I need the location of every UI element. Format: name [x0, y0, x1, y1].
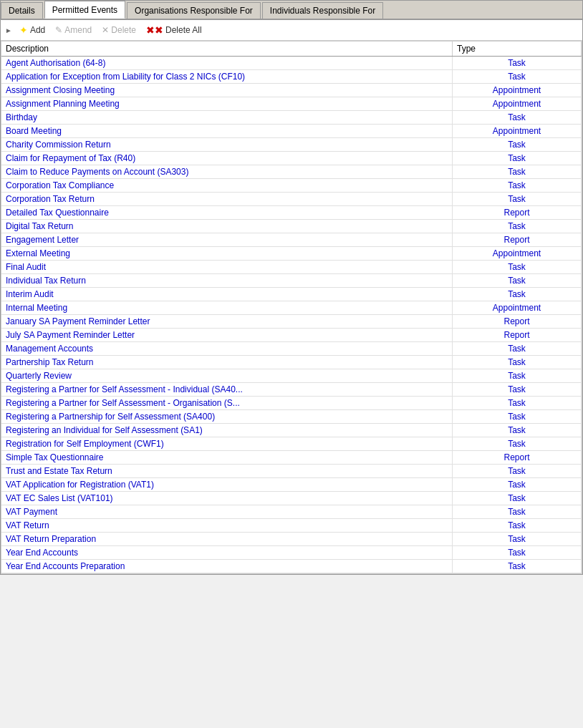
- delete-button[interactable]: ✕ Delete: [99, 24, 139, 37]
- cell-type: Task: [453, 492, 582, 505]
- table-row[interactable]: Digital Tax ReturnTask: [1, 220, 582, 233]
- table-row[interactable]: Assignment Closing MeetingAppointment: [1, 84, 582, 97]
- cell-description: Board Meeting: [1, 125, 453, 138]
- cell-type: Task: [453, 383, 582, 397]
- table-row[interactable]: Simple Tax QuestionnaireReport: [1, 451, 582, 465]
- cell-description: Claim for Repayment of Tax (R40): [1, 152, 453, 165]
- table-row[interactable]: Agent Authorisation (64-8)Task: [1, 57, 582, 70]
- cell-description: January SA Payment Reminder Letter: [1, 315, 453, 329]
- add-icon: ✦: [19, 24, 28, 36]
- cell-description: Interim Audit: [1, 288, 453, 301]
- cell-description: Claim to Reduce Payments on Account (SA3…: [1, 165, 453, 179]
- cell-type: Task: [453, 410, 582, 424]
- cell-type: Task: [453, 519, 582, 533]
- cell-type: Task: [453, 152, 582, 165]
- table-row[interactable]: Registering a Partner for Self Assessmen…: [1, 383, 582, 397]
- events-table: Description Type Agent Authorisation (64…: [1, 42, 582, 573]
- cell-description: VAT EC Sales List (VAT101): [1, 492, 453, 505]
- table-row[interactable]: Charity Commission ReturnTask: [1, 138, 582, 152]
- table-row[interactable]: Management AccountsTask: [1, 342, 582, 356]
- table-row[interactable]: Corporation Tax ComplianceTask: [1, 179, 582, 193]
- cell-description: Corporation Tax Return: [1, 193, 453, 206]
- table-row[interactable]: Interim AuditTask: [1, 288, 582, 301]
- table-row[interactable]: Trust and Estate Tax ReturnTask: [1, 465, 582, 478]
- cell-type: Task: [453, 560, 582, 573]
- delete-all-button[interactable]: ✖✖ Delete All: [143, 23, 205, 37]
- cell-type: Task: [453, 342, 582, 356]
- col-type: Type: [453, 42, 582, 57]
- tab-bar: Details Permitted Events Organisations R…: [1, 1, 582, 20]
- table-row[interactable]: Claim for Repayment of Tax (R40)Task: [1, 152, 582, 165]
- add-button[interactable]: ✦ Add: [16, 23, 48, 37]
- table-row[interactable]: VAT ReturnTask: [1, 519, 582, 533]
- table-row[interactable]: Year End Accounts PreparationTask: [1, 560, 582, 573]
- cell-description: VAT Payment: [1, 505, 453, 519]
- cell-type: Appointment: [453, 97, 582, 111]
- cell-type: Task: [453, 505, 582, 519]
- table-row[interactable]: Detailed Tax QuestionnaireReport: [1, 206, 582, 220]
- table-row[interactable]: Registering a Partner for Self Assessmen…: [1, 397, 582, 410]
- tab-individuals-responsible[interactable]: Individuals Responsible For: [262, 2, 383, 19]
- table-row[interactable]: Board MeetingAppointment: [1, 125, 582, 138]
- cell-type: Task: [453, 193, 582, 206]
- table-row[interactable]: Application for Exception from Liability…: [1, 70, 582, 84]
- cell-description: Agent Authorisation (64-8): [1, 57, 453, 70]
- amend-icon: ✎: [55, 25, 62, 35]
- cell-description: Registering an Individual for Self Asses…: [1, 424, 453, 437]
- cell-description: Internal Meeting: [1, 301, 453, 315]
- table-row[interactable]: VAT EC Sales List (VAT101)Task: [1, 492, 582, 505]
- table-row[interactable]: Year End AccountsTask: [1, 546, 582, 560]
- cell-description: External Meeting: [1, 247, 453, 261]
- table-row[interactable]: Partnership Tax ReturnTask: [1, 356, 582, 369]
- cell-description: VAT Return Preparation: [1, 533, 453, 546]
- events-table-container: Description Type Agent Authorisation (64…: [1, 41, 582, 574]
- cell-type: Report: [453, 233, 582, 247]
- table-row[interactable]: VAT Application for Registration (VAT1)T…: [1, 478, 582, 492]
- tab-details[interactable]: Details: [1, 2, 43, 19]
- table-row[interactable]: Registering a Partnership for Self Asses…: [1, 410, 582, 424]
- cell-type: Task: [453, 369, 582, 383]
- table-row[interactable]: Registration for Self Employment (CWF1)T…: [1, 437, 582, 451]
- cell-description: Birthday: [1, 111, 453, 125]
- cell-description: Management Accounts: [1, 342, 453, 356]
- tab-organisations-responsible[interactable]: Organisations Responsible For: [127, 2, 261, 19]
- amend-button[interactable]: ✎ Amend: [52, 24, 95, 37]
- delete-label: Delete: [111, 25, 136, 35]
- table-row[interactable]: Registering an Individual for Self Asses…: [1, 424, 582, 437]
- table-row[interactable]: January SA Payment Reminder LetterReport: [1, 315, 582, 329]
- table-row[interactable]: Claim to Reduce Payments on Account (SA3…: [1, 165, 582, 179]
- table-row[interactable]: Corporation Tax ReturnTask: [1, 193, 582, 206]
- cell-description: Partnership Tax Return: [1, 356, 453, 369]
- amend-label: Amend: [64, 25, 92, 35]
- table-row[interactable]: VAT PaymentTask: [1, 505, 582, 519]
- cell-description: Digital Tax Return: [1, 220, 453, 233]
- cell-type: Report: [453, 329, 582, 342]
- cell-description: Year End Accounts Preparation: [1, 560, 453, 573]
- table-row[interactable]: BirthdayTask: [1, 111, 582, 125]
- cell-description: Engagement Letter: [1, 233, 453, 247]
- cell-type: Task: [453, 424, 582, 437]
- cell-type: Appointment: [453, 301, 582, 315]
- cell-description: Individual Tax Return: [1, 274, 453, 288]
- cell-type: Task: [453, 274, 582, 288]
- table-row[interactable]: Engagement LetterReport: [1, 233, 582, 247]
- cell-description: Year End Accounts: [1, 546, 453, 560]
- delete-icon: ✕: [102, 25, 109, 35]
- table-row[interactable]: Final AuditTask: [1, 261, 582, 274]
- table-row[interactable]: VAT Return PreparationTask: [1, 533, 582, 546]
- table-row[interactable]: Individual Tax ReturnTask: [1, 274, 582, 288]
- table-row[interactable]: Internal MeetingAppointment: [1, 301, 582, 315]
- tab-permitted-events[interactable]: Permitted Events: [44, 1, 125, 19]
- cell-description: VAT Return: [1, 519, 453, 533]
- table-row[interactable]: July SA Payment Reminder LetterReport: [1, 329, 582, 342]
- col-description: Description: [1, 42, 453, 57]
- table-row[interactable]: Quarterly ReviewTask: [1, 369, 582, 383]
- table-row[interactable]: External MeetingAppointment: [1, 247, 582, 261]
- cell-description: Registering a Partnership for Self Asses…: [1, 410, 453, 424]
- cell-type: Report: [453, 451, 582, 465]
- cell-description: Simple Tax Questionnaire: [1, 451, 453, 465]
- cell-description: Trust and Estate Tax Return: [1, 465, 453, 478]
- table-row[interactable]: Assignment Planning MeetingAppointment: [1, 97, 582, 111]
- cell-type: Task: [453, 397, 582, 410]
- cell-type: Report: [453, 206, 582, 220]
